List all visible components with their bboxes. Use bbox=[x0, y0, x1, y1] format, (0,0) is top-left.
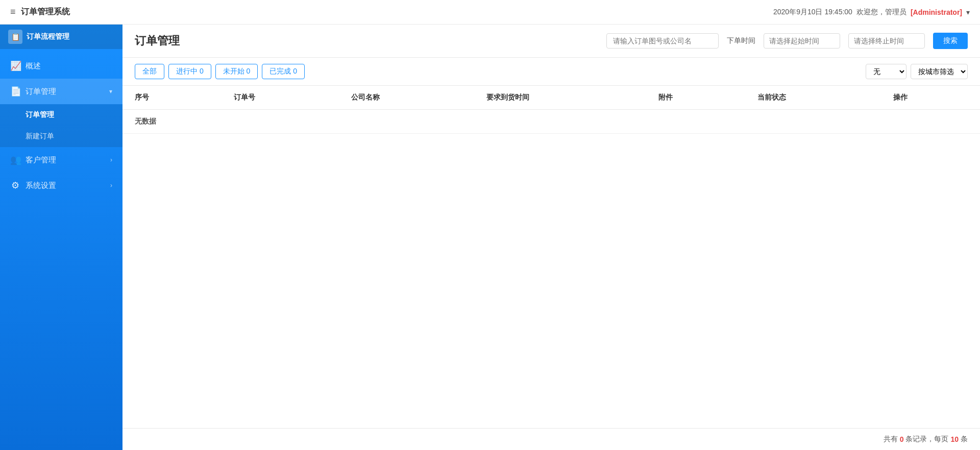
pagination-per-page: 10 bbox=[950, 435, 959, 443]
sidebar-subitem-new-order[interactable]: 新建订单 bbox=[0, 126, 122, 147]
layout: 📋 订单流程管理 📈 概述 📄 订单管理 ▾ 订单管理 新建订单 👥 bbox=[0, 25, 980, 450]
col-company: 公司名称 bbox=[339, 86, 475, 110]
col-order-no: 订单号 bbox=[222, 86, 339, 110]
system-settings-arrow: › bbox=[110, 182, 112, 189]
filter-all-button[interactable]: 全部 bbox=[135, 64, 164, 79]
col-actions: 操作 bbox=[881, 86, 980, 110]
col-status: 当前状态 bbox=[745, 86, 881, 110]
filter-in-progress-button[interactable]: 进行中 0 bbox=[168, 64, 211, 79]
page-title: 订单管理 bbox=[135, 33, 180, 49]
sidebar-subitem-order-list[interactable]: 订单管理 bbox=[0, 104, 122, 126]
table-header: 序号 订单号 公司名称 要求到货时间 附件 当前状态 操作 bbox=[122, 86, 980, 110]
city-filter-select[interactable]: 按城市筛选 bbox=[911, 64, 968, 79]
logo-icon-glyph: 📋 bbox=[11, 33, 20, 41]
table-container: 序号 订单号 公司名称 要求到货时间 附件 当前状态 操作 无数据 bbox=[122, 86, 980, 428]
top-header: ≡ 订单管理系统 2020年9月10日 19:45:00 欢迎您，管理员 [Ad… bbox=[0, 0, 980, 25]
col-delivery-time: 要求到货时间 bbox=[474, 86, 646, 110]
data-table: 序号 订单号 公司名称 要求到货时间 附件 当前状态 操作 无数据 bbox=[122, 86, 980, 134]
col-seq: 序号 bbox=[122, 86, 222, 110]
sidebar-item-overview[interactable]: 📈 概述 bbox=[0, 53, 122, 79]
order-management-arrow: ▾ bbox=[109, 88, 112, 95]
sidebar-logo-text: 订单流程管理 bbox=[27, 32, 69, 41]
customer-management-arrow: › bbox=[110, 156, 112, 163]
filter-bar: 全部 进行中 0 未开始 0 已完成 0 无 按城市筛选 bbox=[122, 58, 980, 86]
sidebar-submenu-orders: 订单管理 新建订单 bbox=[0, 104, 122, 147]
pagination-total-prefix: 共有 bbox=[884, 435, 898, 444]
filter-completed-button[interactable]: 已完成 0 bbox=[262, 64, 305, 79]
pagination-total-count: 0 bbox=[900, 435, 904, 443]
sidebar-item-system-settings-label: 系统设置 bbox=[26, 181, 105, 191]
admin-link[interactable]: [Administrator] bbox=[911, 8, 962, 16]
header-title: 订单管理系统 bbox=[21, 7, 70, 17]
no-data-row: 无数据 bbox=[122, 110, 980, 134]
sidebar-logo-icon: 📋 bbox=[8, 30, 22, 44]
pagination-per-page-suffix: 条 bbox=[961, 435, 968, 444]
menu-icon[interactable]: ≡ bbox=[10, 7, 16, 17]
sidebar-item-order-management[interactable]: 📄 订单管理 ▾ bbox=[0, 79, 122, 104]
header-dropdown-arrow[interactable]: ▾ bbox=[966, 8, 970, 16]
search-button[interactable]: 搜索 bbox=[933, 33, 968, 49]
city-filter: 无 按城市筛选 bbox=[866, 64, 968, 79]
order-management-icon: 📄 bbox=[10, 86, 20, 97]
page-header: 订单管理 下单时间 搜索 bbox=[122, 25, 980, 58]
pagination-bar: 共有 0 条记录，每页 10 条 bbox=[122, 428, 980, 450]
table-body: 无数据 bbox=[122, 110, 980, 134]
sidebar-item-customer-management[interactable]: 👥 客户管理 › bbox=[0, 147, 122, 173]
pagination-total-suffix: 条记录，每页 bbox=[905, 435, 948, 444]
date-label: 下单时间 bbox=[727, 36, 755, 45]
main-content: 订单管理 下单时间 搜索 全部 进行中 0 未开始 0 已完成 0 无 按城市筛… bbox=[122, 25, 980, 450]
end-date-input[interactable] bbox=[848, 33, 925, 49]
no-data-text: 无数据 bbox=[122, 110, 980, 134]
header-left: ≡ 订单管理系统 bbox=[10, 7, 70, 17]
sidebar: 📋 订单流程管理 📈 概述 📄 订单管理 ▾ 订单管理 新建订单 👥 bbox=[0, 25, 122, 450]
sidebar-item-system-settings[interactable]: ⚙ 系统设置 › bbox=[0, 173, 122, 198]
city-select[interactable]: 无 bbox=[866, 64, 906, 79]
system-settings-icon: ⚙ bbox=[10, 180, 20, 191]
sidebar-item-order-management-label: 订单管理 bbox=[26, 87, 104, 97]
header-right: 2020年9月10日 19:45:00 欢迎您，管理员 [Administrat… bbox=[773, 8, 970, 17]
start-date-input[interactable] bbox=[764, 33, 840, 49]
search-input[interactable] bbox=[606, 33, 719, 49]
header-welcome: 欢迎您，管理员 bbox=[856, 8, 906, 17]
customer-management-icon: 👥 bbox=[10, 154, 20, 165]
filter-not-started-button[interactable]: 未开始 0 bbox=[215, 64, 258, 79]
header-datetime: 2020年9月10日 19:45:00 bbox=[773, 8, 852, 17]
overview-icon: 📈 bbox=[10, 60, 20, 72]
col-attachment: 附件 bbox=[646, 86, 745, 110]
sidebar-item-overview-label: 概述 bbox=[26, 61, 112, 71]
sidebar-menu: 📈 概述 📄 订单管理 ▾ 订单管理 新建订单 👥 客户管理 › ⚙ bbox=[0, 49, 122, 202]
sidebar-item-customer-management-label: 客户管理 bbox=[26, 155, 105, 165]
table-header-row: 序号 订单号 公司名称 要求到货时间 附件 当前状态 操作 bbox=[122, 86, 980, 110]
sidebar-logo: 📋 订单流程管理 bbox=[0, 25, 122, 49]
